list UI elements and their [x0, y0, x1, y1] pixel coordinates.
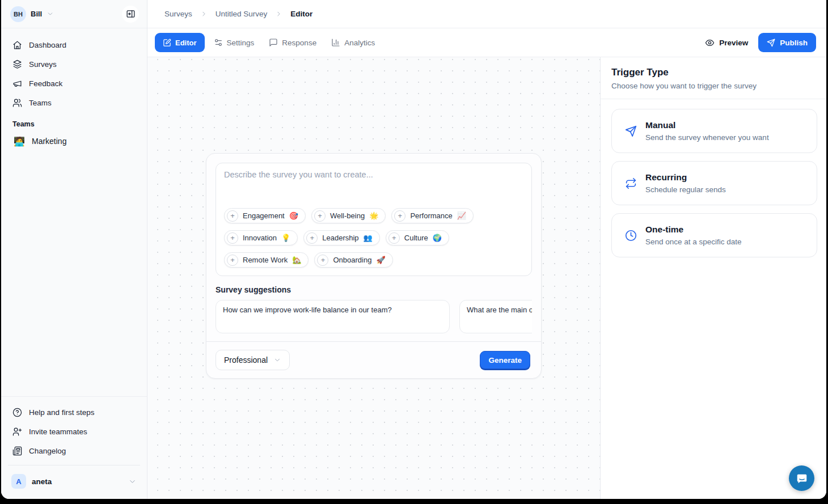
chip-emoji: 🎯	[289, 211, 298, 220]
newspaper-icon	[12, 446, 22, 456]
toolbar-actions: Preview Publish	[705, 33, 816, 52]
topic-chip-culture[interactable]: + Culture 🌍	[386, 230, 449, 245]
suggestions-row: How can we improve work-life balance in …	[216, 300, 532, 333]
layers-icon	[12, 60, 22, 69]
workspace-avatar[interactable]: BH	[10, 6, 26, 22]
plus-icon: +	[306, 232, 318, 244]
trigger-option-manual[interactable]: Manual Send the survey whenever you want	[611, 109, 817, 153]
prompt-box: + Engagement 🎯 + Well-being 🌟 +	[216, 163, 532, 276]
chip-emoji: 📈	[457, 211, 466, 220]
trigger-option-one-time[interactable]: One-time Send once at a specific date	[611, 213, 817, 257]
sidebar: BH Bill Dashboard Surveys	[1, 0, 147, 499]
chip-label: Remote Work	[243, 256, 288, 264]
sidebar-item-surveys[interactable]: Surveys	[8, 54, 140, 74]
tab-label: Settings	[227, 39, 255, 47]
panel-collapse-icon	[126, 9, 136, 19]
suggestion-card[interactable]: What are the main ob	[459, 300, 532, 333]
trigger-option-title: Recurring	[645, 172, 726, 183]
composer-footer: Professional Generate	[206, 341, 541, 378]
app-window: BH Bill Dashboard Surveys	[1, 0, 826, 499]
plus-icon: +	[227, 232, 238, 244]
chip-emoji: 🚀	[376, 256, 385, 264]
chip-label: Performance	[410, 211, 452, 220]
plus-icon: +	[227, 210, 238, 222]
publish-label: Publish	[780, 39, 808, 47]
sidebar-item-label: Dashboard	[29, 41, 66, 49]
trigger-panel-title: Trigger Type	[611, 67, 815, 78]
sidebar-item-label: Feedback	[29, 79, 62, 88]
sidebar-item-feedback[interactable]: Feedback	[8, 74, 140, 93]
account-divider	[8, 465, 140, 465]
topic-chip-leadership[interactable]: + Leadership 👥	[303, 230, 380, 245]
sidebar-item-label: Changelog	[29, 447, 66, 455]
chip-label: Leadership	[322, 234, 358, 242]
chat-launcher-button[interactable]	[789, 465, 814, 491]
trigger-panel-header: Trigger Type Choose how you want to trig…	[601, 57, 826, 99]
chevron-right-icon	[200, 10, 208, 18]
sidebar-item-teams[interactable]: Teams	[8, 93, 140, 112]
eye-icon	[705, 38, 715, 48]
suggestions-title: Survey suggestions	[216, 285, 532, 294]
topic-chip-performance[interactable]: + Performance 📈	[391, 208, 474, 223]
sidebar-footer: Help and first steps Invite teammates Ch…	[1, 396, 147, 460]
chevron-right-icon	[275, 10, 282, 18]
sidebar-item-team-marketing[interactable]: 🧑‍💻 Marketing	[8, 132, 140, 151]
trigger-options: Manual Send the survey whenever you want…	[601, 99, 826, 257]
chip-label: Culture	[404, 234, 428, 242]
topic-chip-innovation[interactable]: + Innovation 💡	[224, 230, 298, 245]
topic-chip-onboarding[interactable]: + Onboarding 🚀	[314, 252, 392, 268]
tone-select[interactable]: Professional	[216, 350, 290, 370]
sliders-icon	[214, 38, 223, 47]
workspace-name[interactable]: Bill	[31, 10, 42, 18]
topic-chip-wellbeing[interactable]: + Well-being 🌟	[311, 208, 386, 223]
sidebar-item-dashboard[interactable]: Dashboard	[8, 35, 140, 54]
suggestion-card[interactable]: How can we improve work-life balance in …	[216, 300, 450, 333]
team-emoji: 🧑‍💻	[14, 136, 25, 147]
chevron-down-icon	[47, 10, 54, 18]
plus-icon: +	[388, 232, 400, 244]
team-label: Marketing	[32, 137, 66, 146]
chevron-down-icon	[273, 356, 281, 364]
preview-button[interactable]: Preview	[705, 38, 748, 48]
main-area: Surveys Untitled Survey Editor Editor Se…	[147, 0, 826, 499]
trigger-option-text: Recurring Schedule regular sends	[645, 172, 726, 194]
generate-button[interactable]: Generate	[480, 351, 530, 369]
editor-canvas[interactable]: + Engagement 🎯 + Well-being 🌟 +	[147, 57, 600, 499]
plus-icon: +	[314, 210, 326, 222]
sidebar-item-invite[interactable]: Invite teammates	[8, 422, 140, 441]
topic-chip-remote-work[interactable]: + Remote Work 🏡	[224, 252, 309, 268]
breadcrumb-survey-name[interactable]: Untitled Survey	[216, 10, 268, 18]
tab-response[interactable]: Response	[263, 33, 322, 52]
workarea: + Engagement 🎯 + Well-being 🌟 +	[147, 57, 826, 499]
tab-analytics[interactable]: Analytics	[326, 33, 381, 52]
survey-description-input[interactable]	[224, 170, 523, 208]
sidebar-item-help[interactable]: Help and first steps	[8, 403, 140, 422]
chevron-down-icon	[128, 477, 137, 486]
chip-label: Innovation	[243, 234, 277, 242]
collapse-sidebar-button[interactable]	[122, 6, 139, 23]
account-name: aneta	[32, 477, 52, 486]
sidebar-item-changelog[interactable]: Changelog	[8, 441, 140, 460]
breadcrumb-surveys[interactable]: Surveys	[164, 10, 192, 18]
chip-emoji: 🌍	[433, 234, 442, 242]
trigger-option-text: One-time Send once at a specific date	[645, 225, 742, 246]
survey-composer-card: + Engagement 🎯 + Well-being 🌟 +	[206, 153, 542, 379]
sidebar-nav: Dashboard Surveys Feedback Teams Teams	[1, 28, 147, 151]
topic-chip-engagement[interactable]: + Engagement 🎯	[224, 208, 306, 223]
chip-emoji: 🌟	[369, 211, 378, 220]
plus-icon: +	[394, 210, 405, 222]
breadcrumb-editor: Editor	[290, 10, 312, 18]
trigger-option-text: Manual Send the survey whenever you want	[645, 120, 769, 142]
trigger-option-recurring[interactable]: Recurring Schedule regular sends	[611, 161, 817, 205]
tab-editor[interactable]: Editor	[155, 33, 205, 52]
help-circle-icon	[12, 408, 22, 417]
publish-button[interactable]: Publish	[758, 33, 816, 52]
tab-settings[interactable]: Settings	[208, 33, 260, 52]
chat-bubble-icon	[796, 472, 808, 485]
account-menu[interactable]: A aneta	[8, 470, 140, 492]
sidebar-item-label: Surveys	[29, 60, 57, 69]
trigger-type-panel: Trigger Type Choose how you want to trig…	[600, 57, 826, 499]
message-icon	[269, 38, 278, 47]
teams-section-label: Teams	[8, 112, 140, 132]
users-icon	[12, 98, 22, 108]
